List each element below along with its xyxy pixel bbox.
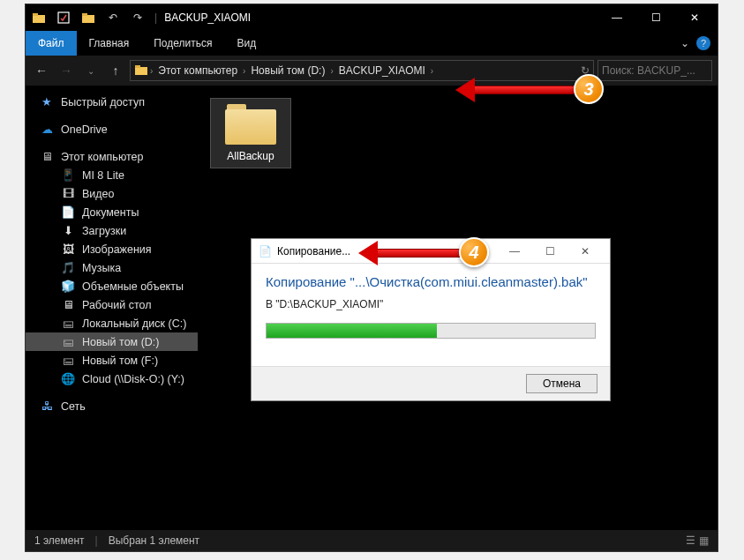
desktop-icon: 🖥 (61, 298, 75, 312)
sidebar-cloud-drive[interactable]: 🌐Cloud (\\Disk-O:) (Y:) (26, 370, 198, 388)
up-button[interactable]: ↑ (105, 60, 126, 81)
statusbar: 1 элемент | Выбран 1 элемент ☰ ▦ (26, 530, 718, 551)
forward-button[interactable]: → (56, 60, 77, 81)
tab-view[interactable]: Вид (224, 31, 268, 56)
music-icon: 🎵 (61, 261, 75, 275)
copy-icon: 📄 (259, 245, 272, 258)
maximize-button[interactable]: ☐ (636, 5, 675, 30)
view-mode-icons: ☰ ▦ (686, 534, 709, 547)
new-folder-icon[interactable] (79, 8, 98, 27)
ribbon-tabs: Файл Главная Поделиться Вид ⌄ ? (26, 31, 718, 56)
tab-file[interactable]: Файл (26, 31, 77, 56)
drive-icon: 🖴 (61, 354, 75, 368)
svg-rect-0 (33, 15, 45, 23)
download-icon: ⬇ (61, 224, 75, 238)
sidebar-music[interactable]: 🎵Музыка (26, 258, 198, 277)
chevron-right-icon: › (330, 66, 333, 76)
sidebar-drive-c[interactable]: 🖴Локальный диск (C:) (26, 314, 198, 332)
properties-icon[interactable] (54, 8, 73, 27)
drive-icon: 🖴 (61, 317, 75, 331)
network-drive-icon: 🌐 (61, 372, 75, 386)
quick-access-toolbar: ↶ ↷ (29, 8, 147, 27)
sidebar-network[interactable]: 🖧Сеть (26, 397, 198, 415)
network-icon: 🖧 (40, 399, 54, 414)
cube-icon: 🧊 (61, 280, 75, 294)
folder-icon (134, 63, 148, 78)
copy-dialog-body: Копирование "...\Очистка(com.miui.cleanm… (252, 264, 610, 366)
sidebar-pictures[interactable]: 🖼Изображения (26, 240, 198, 258)
titlebar: ↶ ↷ | BACKUP_XIAOMI — ☐ ✕ (26, 4, 718, 31)
chevron-down-icon[interactable]: ⌄ (680, 37, 689, 49)
sidebar-desktop[interactable]: 🖥Рабочий стол (26, 295, 198, 314)
svg-rect-1 (33, 13, 38, 16)
cloud-icon: ☁ (40, 123, 54, 137)
svg-rect-5 (135, 67, 147, 75)
search-input[interactable]: Поиск: BACKUP_... (597, 60, 712, 81)
crumb-folder[interactable]: BACKUP_XIAOMI (335, 64, 429, 77)
chevron-right-icon: › (150, 66, 153, 76)
redo-icon[interactable]: ↷ (128, 8, 147, 27)
status-separator: | (95, 534, 98, 547)
copy-destination: В "D:\BACKUP_XIAOMI" (266, 298, 596, 310)
annotation-badge-3: 3 (574, 74, 604, 104)
sidebar-video[interactable]: 🎞Видео (26, 184, 198, 203)
sidebar-onedrive[interactable]: ☁OneDrive (26, 120, 198, 138)
document-icon: 📄 (61, 205, 75, 220)
svg-rect-2 (58, 12, 69, 23)
svg-rect-4 (82, 13, 87, 16)
annotation-arrow-3 (455, 79, 579, 101)
annotation-badge-4: 4 (459, 237, 489, 267)
folder-icon (225, 104, 276, 145)
recent-dropdown[interactable]: ⌄ (80, 60, 101, 81)
sidebar-this-pc[interactable]: 🖥Этот компьютер (26, 147, 198, 166)
chevron-right-icon: › (243, 66, 245, 76)
cancel-button[interactable]: Отмена (526, 374, 597, 393)
close-button[interactable]: ✕ (675, 5, 714, 30)
copy-dialog-title: Копирование... (277, 245, 350, 258)
sidebar-quick-access[interactable]: ★Быстрый доступ (26, 93, 198, 111)
undo-icon[interactable]: ↶ (103, 8, 123, 27)
status-count: 1 элемент (34, 534, 85, 547)
back-button[interactable]: ← (31, 60, 52, 81)
sidebar-drive-f[interactable]: 🖴Новый том (F:) (26, 351, 198, 370)
window-title: BACKUP_XIAOMI (164, 11, 251, 24)
annotation-arrow-4 (358, 243, 464, 264)
breadcrumb[interactable]: › Этот компьютер › Новый том (D:) › BACK… (130, 60, 594, 81)
status-selected: Выбран 1 элемент (109, 534, 199, 547)
help-icon[interactable]: ? (696, 36, 710, 50)
progress-bar (266, 323, 596, 339)
progress-fill (267, 324, 437, 338)
tab-share[interactable]: Поделиться (141, 31, 224, 56)
dialog-close-button[interactable]: ✕ (567, 245, 603, 258)
sidebar: ★Быстрый доступ ☁OneDrive 🖥Этот компьюте… (26, 86, 198, 530)
copy-dialog-footer: Отмена (252, 366, 610, 400)
svg-rect-6 (135, 65, 140, 68)
dialog-minimize-button[interactable]: — (497, 245, 532, 258)
sidebar-3d[interactable]: 🧊Объемные объекты (26, 277, 198, 295)
title-separator: | (154, 11, 157, 24)
sidebar-drive-d[interactable]: 🖴Новый том (D:) (26, 332, 198, 351)
folder-allbackup[interactable]: AllBackup (210, 98, 291, 168)
chevron-right-icon: › (431, 66, 433, 76)
video-icon: 🎞 (61, 187, 75, 201)
tab-home[interactable]: Главная (77, 31, 142, 56)
folder-icon (29, 8, 49, 27)
drive-icon: 🖴 (61, 335, 75, 349)
sidebar-docs[interactable]: 📄Документы (26, 203, 198, 221)
search-placeholder: Поиск: BACKUP_... (602, 64, 695, 77)
details-view-icon[interactable]: ☰ (686, 534, 695, 547)
svg-rect-3 (82, 15, 94, 23)
sidebar-mi8[interactable]: 📱MI 8 Lite (26, 166, 198, 184)
address-bar: ← → ⌄ ↑ › Этот компьютер › Новый том (D:… (26, 56, 718, 86)
pc-icon: 🖥 (40, 150, 54, 164)
crumb-drive[interactable]: Новый том (D:) (247, 64, 328, 77)
minimize-button[interactable]: — (597, 5, 636, 30)
crumb-pc[interactable]: Этот компьютер (154, 64, 241, 77)
copy-heading: Копирование "...\Очистка(com.miui.cleanm… (266, 274, 596, 289)
folder-label: AllBackup (227, 150, 274, 162)
dialog-maximize-button[interactable]: ☐ (532, 245, 567, 258)
phone-icon: 📱 (61, 168, 75, 183)
star-icon: ★ (40, 95, 54, 109)
icons-view-icon[interactable]: ▦ (699, 534, 709, 547)
sidebar-downloads[interactable]: ⬇Загрузки (26, 221, 198, 240)
